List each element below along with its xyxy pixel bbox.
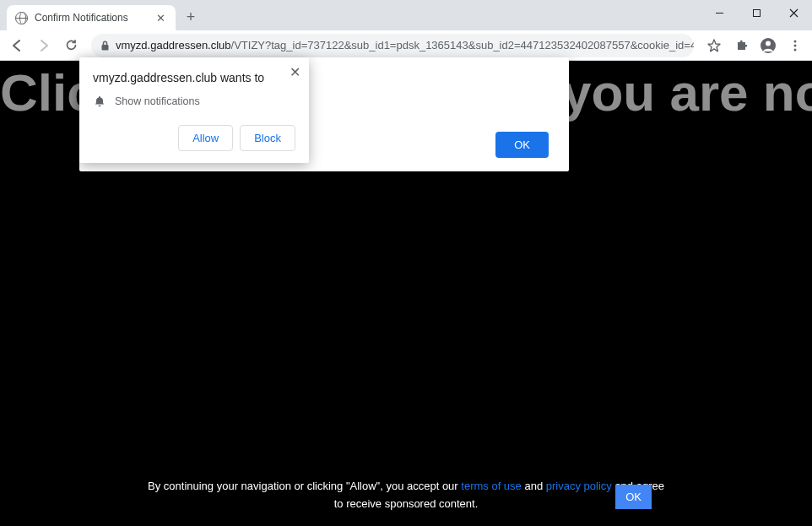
extensions-button[interactable]	[729, 34, 753, 57]
close-tab-button[interactable]: ✕	[154, 11, 167, 24]
minimize-button[interactable]	[701, 0, 738, 25]
window-controls	[701, 0, 812, 25]
globe-icon	[15, 12, 28, 24]
svg-rect-1	[102, 45, 109, 51]
reload-button[interactable]	[59, 34, 83, 57]
block-button[interactable]: Block	[240, 125, 295, 151]
permission-dialog: ✕ vmyzd.gaddressen.club wants to Show no…	[79, 57, 309, 163]
url-host: vmyzd.gaddressen.club	[116, 39, 231, 52]
arrow-right-icon	[36, 38, 51, 53]
arrow-left-icon	[9, 38, 24, 53]
star-icon	[706, 38, 722, 53]
bookmark-button[interactable]	[702, 34, 726, 57]
privacy-link[interactable]: privacy policy	[546, 480, 612, 492]
permission-label: Show notifications	[115, 95, 200, 107]
url-path: /VTIZY?tag_id=737122&sub_id1=pdsk_136514…	[231, 39, 694, 52]
svg-point-5	[794, 44, 797, 46]
bell-icon	[93, 95, 106, 108]
permission-close-button[interactable]: ✕	[290, 64, 300, 80]
svg-point-3	[766, 41, 771, 46]
menu-button[interactable]	[783, 34, 807, 57]
browser-tab[interactable]: Confirm Notifications ✕	[7, 5, 176, 30]
close-icon	[789, 8, 798, 18]
allow-button[interactable]: Allow	[178, 125, 233, 151]
cookie-ok-button[interactable]: OK	[615, 485, 652, 509]
profile-icon	[759, 36, 777, 55]
cookie-banner: By continuing your navigation or clickin…	[0, 469, 812, 522]
kebab-icon	[788, 39, 802, 52]
svg-rect-0	[753, 9, 760, 16]
address-bar[interactable]: vmyzd.gaddressen.club/VTIZY?tag_id=73712…	[91, 34, 694, 57]
svg-point-6	[794, 48, 797, 51]
title-bar: Confirm Notifications ✕ +	[0, 0, 812, 30]
permission-row: Show notifications	[93, 95, 295, 108]
minimize-icon	[715, 8, 724, 18]
profile-button[interactable]	[756, 34, 780, 57]
forward-button[interactable]	[32, 34, 56, 57]
maximize-button[interactable]	[738, 0, 775, 25]
close-window-button[interactable]	[775, 0, 812, 25]
cookie-text-and: and	[522, 480, 546, 492]
permission-title: vmyzd.gaddressen.club wants to	[93, 71, 295, 84]
maximize-icon	[752, 8, 761, 18]
lock-icon	[100, 40, 111, 52]
back-button[interactable]	[5, 34, 29, 57]
alert-ok-button[interactable]: OK	[495, 132, 549, 158]
cookie-text-pre: By continuing your navigation or clickin…	[148, 480, 461, 492]
browser-toolbar: vmyzd.gaddressen.club/VTIZY?tag_id=73712…	[0, 30, 812, 61]
new-tab-button[interactable]: +	[179, 5, 203, 29]
tab-title: Confirm Notifications	[35, 12, 128, 24]
puzzle-icon	[734, 38, 749, 52]
svg-point-4	[794, 40, 797, 42]
reload-icon	[64, 38, 78, 52]
terms-link[interactable]: terms of use	[461, 480, 522, 492]
